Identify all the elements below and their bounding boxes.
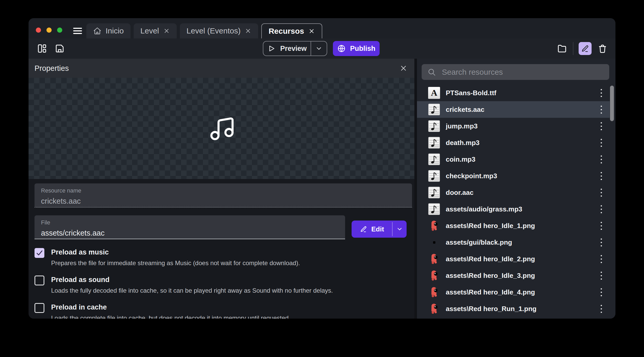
kebab-menu-icon[interactable]	[599, 236, 604, 249]
search-bar[interactable]	[422, 64, 609, 80]
audio-icon	[428, 203, 440, 215]
chevron-down-icon	[396, 226, 403, 232]
properties-title: Properties	[35, 64, 69, 73]
close-tab-icon[interactable]	[245, 28, 251, 34]
audio-file-icon	[428, 170, 440, 182]
resource-row[interactable]: checkpoint.mp3	[417, 168, 610, 184]
pencil-icon	[581, 44, 590, 53]
tab-level[interactable]: Level	[134, 23, 177, 38]
resource-name: assets\Red hero_Idle_4.png	[446, 288, 599, 296]
preview-button-main[interactable]: Preview	[263, 42, 311, 56]
resource-row[interactable]: death.mp3	[417, 134, 610, 151]
edit-button[interactable]: Edit	[352, 221, 407, 238]
close-properties-icon[interactable]	[399, 64, 408, 72]
kebab-menu-icon[interactable]	[599, 302, 604, 315]
file-field[interactable]: File assets/crickets.aac	[35, 215, 345, 239]
font-icon: A	[428, 87, 440, 99]
preload-music-checkbox[interactable]	[35, 248, 44, 258]
edit-button-main[interactable]: Edit	[352, 221, 392, 238]
audio-icon	[428, 153, 440, 165]
edit-options-chevron[interactable]	[393, 221, 407, 238]
tab-label: Recursos	[269, 27, 304, 36]
kebab-menu-icon[interactable]	[599, 153, 604, 166]
resource-name-field[interactable]: Resource name crickets.aac	[35, 183, 412, 208]
red-hero-icon	[428, 286, 440, 298]
toggle-panels-icon[interactable]	[36, 43, 48, 54]
close-window-button[interactable]	[36, 28, 41, 33]
search-icon	[427, 68, 436, 77]
black-dot-icon	[428, 236, 440, 248]
resource-name: jump.mp3	[446, 122, 599, 130]
tab-level-eventos[interactable]: Level (Eventos)	[180, 23, 258, 38]
tab-label: Level (Eventos)	[187, 26, 241, 35]
app-window: Inicio Level Level (Eventos) Recursos	[29, 18, 615, 319]
resource-row[interactable]: door.aac	[417, 184, 610, 201]
resource-row[interactable]: assets\Red hero_Idle_3.png	[417, 267, 610, 284]
trash-icon[interactable]	[597, 43, 608, 54]
resource-row[interactable]: crickets.aac	[417, 101, 610, 118]
minimize-window-button[interactable]	[46, 28, 52, 33]
red-hero-sprite-icon	[428, 286, 440, 298]
kebab-menu-icon[interactable]	[599, 86, 604, 100]
kebab-menu-icon[interactable]	[599, 136, 604, 149]
resource-row[interactable]: assets/gui/black.png	[417, 234, 610, 251]
preload-sound-checkbox[interactable]	[35, 276, 44, 285]
resource-row[interactable]: jump.mp3	[417, 118, 610, 134]
preview-button[interactable]: Preview	[263, 41, 327, 56]
save-icon[interactable]	[54, 43, 65, 54]
resource-row[interactable]: assets\Red hero_Run_1.png	[417, 300, 610, 317]
preload-cache-checkbox[interactable]	[35, 303, 44, 313]
kebab-menu-icon[interactable]	[599, 252, 604, 266]
kebab-menu-icon[interactable]	[599, 219, 604, 232]
search-input[interactable]	[441, 67, 604, 77]
close-tab-icon[interactable]	[163, 28, 170, 34]
menu-icon[interactable]	[73, 28, 82, 36]
black-image-icon	[428, 236, 440, 248]
resource-name: checkpoint.mp3	[446, 172, 599, 180]
preview-options-chevron[interactable]	[311, 42, 327, 56]
close-tab-icon[interactable]	[308, 28, 315, 35]
zoom-window-button[interactable]	[57, 28, 62, 33]
publish-button[interactable]: Publish	[333, 41, 380, 56]
properties-body: Resource name crickets.aac File assets/c…	[29, 179, 414, 319]
resource-row[interactable]: coin.mp3	[417, 151, 610, 168]
kebab-menu-icon[interactable]	[599, 169, 604, 183]
resource-name: assets\Red hero_Idle_2.png	[446, 255, 599, 263]
kebab-menu-icon[interactable]	[599, 203, 604, 216]
kebab-menu-icon[interactable]	[599, 103, 604, 116]
properties-header: Properties	[29, 59, 414, 78]
open-folder-icon[interactable]	[556, 43, 568, 54]
resource-row[interactable]: assets\Red hero_Idle_2.png	[417, 251, 610, 267]
resource-row[interactable]: A PTSans-Bold.ttf	[417, 85, 610, 101]
preload-cache-group: Preload in cache Loads the complete file…	[35, 301, 406, 319]
audio-icon	[428, 137, 440, 149]
edit-mode-button[interactable]	[579, 42, 592, 55]
kebab-menu-icon[interactable]	[599, 269, 604, 282]
red-hero-sprite-icon	[428, 253, 440, 265]
tab-label: Level	[140, 26, 159, 35]
red-hero-sprite-icon	[428, 220, 440, 232]
screen-background: Inicio Level Level (Eventos) Recursos	[0, 0, 644, 357]
preview-label: Preview	[280, 45, 307, 53]
red-hero-icon	[428, 220, 440, 232]
audio-icon	[428, 104, 440, 115]
kebab-menu-icon[interactable]	[599, 120, 604, 133]
kebab-menu-icon[interactable]	[599, 186, 604, 199]
resource-name: assets\Red hero_Run_1.png	[446, 305, 599, 313]
resource-row[interactable]: assets/audio/grass.mp3	[417, 201, 610, 217]
resource-row[interactable]: assets\Red hero_Idle_4.png	[417, 284, 610, 300]
play-icon	[267, 44, 276, 53]
scrollbar-thumb[interactable]	[610, 86, 614, 121]
check-icon	[36, 249, 43, 257]
resource-list: A PTSans-Bold.ttf crickets.aac jump.mp3 …	[417, 85, 615, 317]
kebab-menu-icon[interactable]	[599, 286, 604, 299]
checkbox-label: Preload as sound	[51, 274, 406, 285]
resource-row[interactable]: assets\Red hero_Idle_1.png	[417, 217, 610, 234]
resource-name-value: crickets.aac	[41, 197, 412, 205]
resource-name: PTSans-Bold.ttf	[446, 89, 599, 97]
tab-inicio[interactable]: Inicio	[86, 23, 131, 38]
audio-file-icon	[428, 203, 440, 215]
tab-recursos[interactable]: Recursos	[261, 23, 322, 38]
font-file-icon: A	[428, 87, 440, 99]
checkbox-description: Prepares the file for immediate streamin…	[51, 259, 406, 267]
